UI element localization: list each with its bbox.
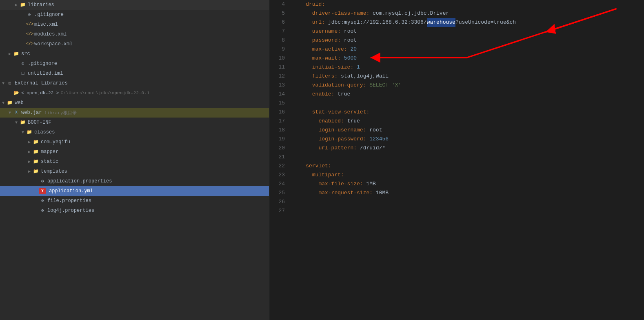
web-arrow: ▼ [0,101,7,105]
code-line-9: max-active: 20 [293,45,644,54]
tree-item-mapper[interactable]: ▶ 📁 mapper [0,147,269,157]
tree-item-com-yeqifu[interactable]: ▶ 📁 com.yeqifu [0,137,269,147]
workspace-xml-label: workspace.xml [34,41,73,47]
line-numbers: 4 5 6 7 8 9 10 11 12 13 14 15 16 17 18 1… [269,0,290,320]
code-line-17: enabled: true [293,117,644,126]
xml-icon2: </> [26,31,33,38]
com-yeqifu-label: com.yeqifu [41,139,70,145]
yml-icon: Y [39,188,46,194]
code-line-24: max-file-size: 1MB [293,180,644,189]
tree-item-web[interactable]: ▼ 📁 web [0,98,269,108]
tree-item-gitignore2[interactable]: ⊘ .gitignore [0,59,269,69]
classes-label: classes [34,129,55,135]
code-content[interactable]: druid: driver-class-name: com.mysql.cj.j… [290,0,644,320]
tree-item-boot-inf[interactable]: ▼ 📁 BOOT-INF [0,118,269,127]
boot-inf-label: BOOT-INF [28,120,51,125]
code-line-27 [293,207,644,216]
code-editor: 4 5 6 7 8 9 10 11 12 13 14 15 16 17 18 1… [269,0,644,320]
ext-lib-label: External Libraries [15,80,68,86]
templates-icon: 📁 [33,168,39,175]
misc-xml-label: misc.xml [34,22,58,27]
tree-item-openjdk[interactable]: 📂 < openjdk-22 > C:\Users\root\jdks\open… [0,88,269,98]
gear-icon2: ⚙ [39,198,46,204]
gitignore2-label: .gitignore [28,61,57,67]
folder-icon: 📁 [20,2,26,8]
file-props-label: file.properties [47,198,91,204]
log4j-props-label: log4j.properties [47,208,94,213]
app-yml-label: application.yml [49,188,93,194]
tree-item-misc-xml[interactable]: </> misc.xml [0,20,269,29]
code-line-4: druid: [293,0,644,9]
code-line-23: multipart: [293,171,644,180]
tree-item-web-jar[interactable]: ▼ X web.jar library根目录 [0,108,269,118]
tree-item-application-properties[interactable]: ⚙ application.properties [0,176,269,186]
code-line-5: driver-class-name: com.mysql.cj.jdbc.Dri… [293,9,644,18]
mapper-arrow: ▶ [26,149,33,154]
web-jar-arrow: ▼ [7,111,13,115]
file-tree[interactable]: ▶ 📁 libraries ⊘ .gitignore </> misc.xml … [0,0,269,320]
gear-icon1: ⚙ [39,178,46,184]
code-line-18: login-username: root [293,126,644,135]
classes-arrow: ▼ [20,130,26,135]
code-line-21 [293,153,644,162]
code-line-19: login-password: 123456 [293,135,644,144]
openjdk-path: C:\Users\root\jdks\openjdk-22.0.1 [60,91,149,96]
gitignore-icon: ⊘ [26,11,33,18]
web-jar-sublabel: library根目录 [44,110,76,116]
code-line-26 [293,198,644,207]
com-yeqifu-arrow: ▶ [26,140,33,144]
jar-icon: X [13,109,20,116]
code-line-14: enable: true [293,90,644,99]
code-line-15 [293,99,644,108]
boot-inf-arrow: ▼ [13,120,20,125]
tree-item-templates[interactable]: ▶ 📁 templates [0,167,269,176]
iml-icon: □ [20,70,26,77]
tree-item-log4j-properties[interactable]: ⚙ log4j.properties [0,206,269,216]
tree-item-static[interactable]: ▶ 📁 static [0,157,269,167]
code-line-13: validation-query: SELECT 'X' [293,81,644,90]
static-icon: 📁 [33,158,39,165]
ext-lib-icon: ⊞ [7,80,13,87]
gear-icon3: ⚙ [39,207,46,214]
src-arrow: ▶ [7,51,13,56]
web-folder-icon: 📁 [7,100,13,106]
tree-item-file-properties[interactable]: ⚙ file.properties [0,196,269,206]
src-label: src [21,51,30,57]
code-line-12: filters: stat,log4j,Wall [293,72,644,81]
tree-item-workspace-xml[interactable]: </> workspace.xml [0,39,269,49]
code-line-22: servlet: [293,162,644,171]
tree-item-modules-xml[interactable]: </> modules.xml [0,29,269,39]
classes-icon: 📁 [26,129,33,136]
tree-item-application-yml[interactable]: Y application.yml [0,186,269,196]
mapper-icon: 📁 [33,149,39,155]
web-label: web [15,100,24,106]
mapper-label: mapper [41,149,58,155]
tree-item-src[interactable]: ▶ 📁 src [0,49,269,59]
static-arrow: ▶ [26,159,33,164]
tree-item-gitignore1[interactable]: ⊘ .gitignore [0,10,269,20]
code-line-11: initial-size: 1 [293,63,644,72]
code-line-7: username: root [293,27,644,36]
openjdk-icon: 📂 [13,90,20,96]
code-line-8: password: root [293,36,644,45]
static-label: static [41,159,58,164]
code-line-6: url: jdbc:mysql://192.168.6.32:3306/ware… [293,18,644,27]
xml-icon: </> [26,21,33,28]
tree-item-untitled-iml[interactable]: □ untitled.iml [0,69,269,78]
tree-item-classes[interactable]: ▼ 📁 classes [0,127,269,137]
code-line-25: max-request-size: 10MB [293,189,644,198]
com-yeqifu-icon: 📁 [33,139,39,145]
untitled-iml-label: untitled.iml [28,71,63,76]
code-line-16: stat-view-servlet: [293,108,644,117]
web-jar-label: web.jar [21,110,42,116]
src-folder-icon: 📁 [13,51,20,57]
tree-item-libraries[interactable]: ▶ 📁 libraries [0,0,269,10]
tree-item-external-libraries[interactable]: ▼ ⊞ External Libraries [0,78,269,88]
xml-icon3: </> [26,41,33,47]
code-line-20: url-pattern: /druid/* [293,144,644,153]
libraries-label: libraries [28,2,54,8]
gitignore2-icon: ⊘ [20,60,26,67]
app-props-label: application.properties [47,178,112,184]
templates-arrow: ▶ [26,169,33,174]
ext-lib-arrow: ▼ [0,81,7,86]
